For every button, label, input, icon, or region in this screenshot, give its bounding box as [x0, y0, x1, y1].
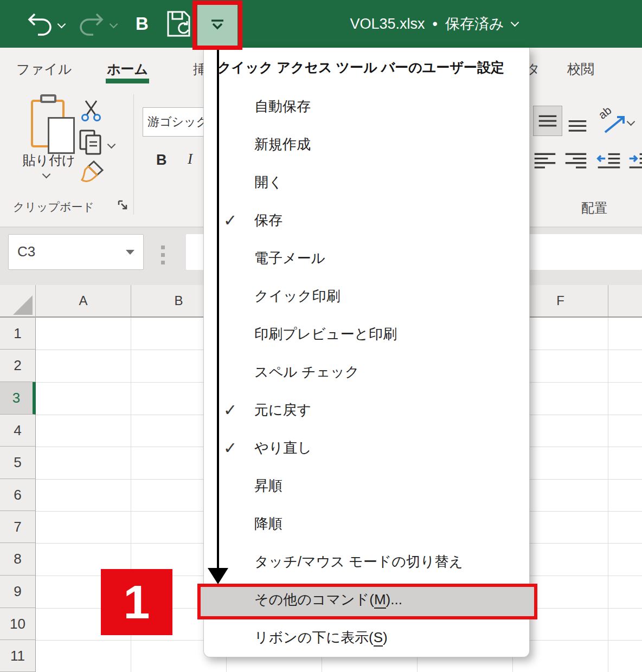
annotation-arrow-head — [208, 568, 228, 584]
menu-item-5[interactable]: クイック印刷 — [204, 277, 529, 315]
undo-icon — [25, 11, 53, 37]
name-box-dropdown-icon[interactable] — [126, 250, 134, 255]
group-separator — [133, 94, 134, 215]
name-box[interactable]: C3 — [8, 234, 144, 270]
menu-item-label: 元に戻す — [254, 400, 311, 419]
orientation-dropdown[interactable] — [628, 117, 634, 127]
qat-menu-title: クイック アクセス ツール バーのユーザー設定 — [204, 48, 529, 87]
title-bullet: • — [432, 16, 437, 33]
row-header-9[interactable]: 9 — [0, 576, 36, 608]
chevron-down-icon — [510, 18, 519, 27]
formula-bar-separator — [161, 245, 165, 264]
undo-dropdown[interactable] — [54, 0, 68, 48]
select-all-corner[interactable] — [0, 285, 36, 318]
menu-item-13[interactable]: その他のコマンド(M)... — [204, 580, 529, 618]
row-header-4[interactable]: 4 — [0, 415, 36, 447]
menu-item-7[interactable]: スペル チェック — [204, 353, 529, 391]
menu-item-label: 新規作成 — [254, 135, 311, 154]
row-header-10[interactable]: 10 — [0, 608, 36, 640]
menu-item-0[interactable]: 自動保存 — [204, 87, 529, 125]
row-header-1[interactable]: 1 — [0, 318, 36, 350]
align-left-icon — [533, 150, 557, 173]
brush-icon — [79, 159, 105, 184]
cut-button[interactable] — [79, 98, 103, 122]
menu-item-9[interactable]: ✓やり直し — [204, 429, 529, 467]
row-header-6[interactable]: 6 — [0, 479, 36, 511]
align-right-icon — [564, 150, 588, 173]
menu-item-label: その他のコマンド(M)... — [254, 590, 402, 609]
tab-review[interactable]: 校閲 — [567, 53, 594, 85]
menu-item-8[interactable]: ✓元に戻す — [204, 391, 529, 429]
align-right-button[interactable] — [564, 150, 588, 173]
row-header-3[interactable]: 3 — [0, 382, 36, 415]
checkmark-icon: ✓ — [221, 400, 254, 419]
menu-item-label: 降順 — [254, 514, 283, 533]
menu-item-11[interactable]: 降順 — [204, 505, 529, 542]
clipboard-group-label: クリップボード — [13, 199, 94, 215]
column-header-G[interactable]: G — [608, 285, 642, 316]
column-header-A[interactable]: A — [36, 285, 131, 316]
document-title[interactable]: VOL35.xlsx • 保存済み — [304, 0, 564, 48]
step-badge: 1 — [101, 569, 172, 635]
row-header-5[interactable]: 5 — [0, 447, 36, 479]
increase-indent-button[interactable] — [628, 150, 642, 173]
bold-quick-button[interactable]: B — [131, 0, 153, 48]
menu-item-label: タッチ/マウス モードの切り替え — [254, 552, 463, 571]
row-header-2[interactable]: 2 — [0, 350, 36, 382]
font-name-select[interactable]: 游ゴシック — [143, 107, 204, 137]
row-header-8[interactable]: 8 — [0, 543, 36, 576]
undo-button[interactable] — [24, 0, 54, 48]
menu-item-12[interactable]: タッチ/マウス モードの切り替え — [204, 542, 529, 580]
orientation-button[interactable]: ab — [599, 108, 629, 134]
clipboard-clip-icon — [40, 94, 56, 103]
tab-file[interactable]: ファイル — [16, 53, 72, 85]
menu-item-label: 電子メール — [254, 249, 325, 268]
redo-icon — [78, 11, 106, 37]
menu-item-label: 自動保存 — [254, 97, 311, 116]
dialog-launcher-icon — [116, 198, 129, 211]
chevron-down-icon — [42, 170, 51, 179]
menu-item-6[interactable]: 印刷プレビューと印刷 — [204, 315, 529, 353]
menu-item-3[interactable]: ✓保存 — [204, 201, 529, 239]
scissors-icon — [79, 98, 103, 122]
chevron-down-icon — [109, 20, 118, 28]
annotation-arrow-line — [217, 48, 219, 569]
paste-label: 貼り付け — [11, 152, 87, 169]
italic-button[interactable]: I — [188, 151, 192, 167]
qat-menu: クイック アクセス ツール バーのユーザー設定 自動保存新規作成開く✓保存電子メ… — [203, 48, 530, 657]
row-header-11[interactable]: 11 — [0, 640, 36, 672]
align-left-button[interactable] — [533, 150, 557, 173]
menu-item-4[interactable]: 電子メール — [204, 239, 529, 277]
menu-item-2[interactable]: 開く — [204, 163, 529, 201]
format-painter-button[interactable] — [79, 159, 105, 184]
menu-item-label: 昇順 — [254, 476, 283, 495]
chevron-down-icon — [57, 20, 66, 28]
bold-button[interactable]: B — [156, 152, 167, 169]
menu-item-label: スペル チェック — [254, 363, 359, 382]
save-button[interactable] — [164, 0, 194, 48]
menu-item-label: やり直し — [254, 438, 312, 457]
redo-dropdown[interactable] — [106, 0, 120, 48]
increase-indent-icon — [628, 150, 642, 173]
alignment-group-label: 配置 — [581, 199, 607, 217]
middle-align-button[interactable] — [533, 106, 562, 136]
menu-item-1[interactable]: 新規作成 — [204, 125, 529, 163]
copy-button[interactable] — [77, 128, 104, 156]
middle-align-icon — [537, 110, 558, 132]
menu-item-label: リボンの下に表示(S) — [254, 628, 388, 647]
decrease-indent-icon — [596, 150, 621, 173]
row-header-7[interactable]: 7 — [0, 511, 36, 543]
redo-button[interactable] — [77, 0, 107, 48]
clipboard-page-icon — [48, 117, 75, 154]
checkmark-icon: ✓ — [221, 438, 254, 457]
copy-dropdown[interactable] — [108, 140, 114, 150]
clipboard-dialog-launcher[interactable] — [116, 198, 129, 211]
menu-item-14[interactable]: リボンの下に表示(S) — [204, 618, 529, 656]
menu-item-label: 印刷プレビューと印刷 — [254, 325, 397, 344]
menu-item-10[interactable]: 昇順 — [204, 467, 529, 505]
bottom-align-button[interactable] — [567, 112, 588, 133]
chevron-down-icon — [627, 118, 635, 126]
tab-home[interactable]: ホーム — [107, 53, 148, 85]
menu-item-label: 開く — [254, 173, 283, 192]
decrease-indent-button[interactable] — [596, 150, 621, 173]
